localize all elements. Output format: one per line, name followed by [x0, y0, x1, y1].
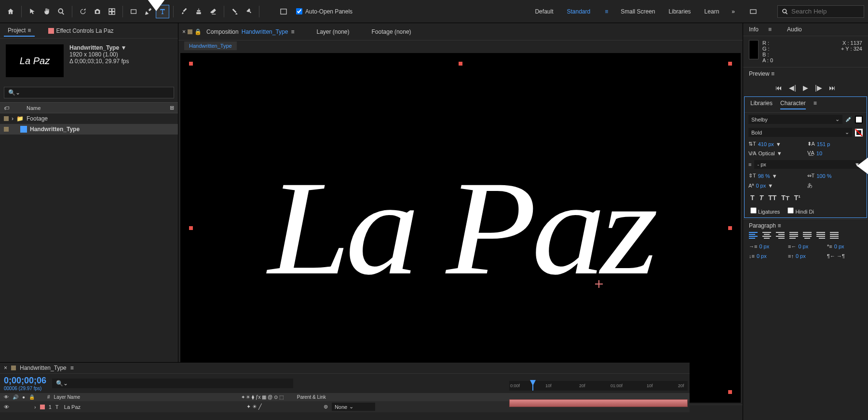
- parent-dropdown[interactable]: None⌄: [332, 403, 375, 411]
- tsume-input[interactable]: あ: [807, 182, 863, 189]
- indent-right-input[interactable]: ≡← 0 px: [788, 244, 823, 249]
- justify-all-button[interactable]: [830, 232, 839, 239]
- layer-name[interactable]: La Paz: [64, 404, 243, 410]
- comp-breadcrumb[interactable]: Handwritten_Type: [178, 41, 743, 51]
- current-time-display[interactable]: 0;00;00;06: [4, 376, 46, 386]
- workspace-libraries[interactable]: Libraries: [668, 5, 692, 18]
- name-column-header[interactable]: 🏷 Name ⊞: [0, 102, 178, 113]
- space-before-input[interactable]: ↓≡ 0 px: [749, 253, 784, 259]
- audio-tab[interactable]: Audio: [787, 26, 802, 33]
- folder-footage[interactable]: › 📁 Footage: [0, 113, 178, 124]
- flowchart-icon[interactable]: ⊞: [170, 105, 174, 111]
- workspace-learn[interactable]: Learn: [704, 5, 720, 18]
- timeline-search[interactable]: 🔍⌄: [52, 379, 293, 388]
- space-after-input[interactable]: ≡↑ 0 px: [788, 253, 823, 259]
- kerning-dropdown[interactable]: V⁄AOptical▼: [748, 150, 804, 156]
- fill-color-swatch[interactable]: [855, 116, 863, 123]
- canvas-text[interactable]: La Paz: [268, 150, 653, 306]
- pan-behind-tool-icon[interactable]: [105, 5, 119, 18]
- clone-stamp-tool-icon[interactable]: [192, 5, 205, 18]
- search-help-input[interactable]: [791, 8, 860, 15]
- zoom-tool-icon[interactable]: [54, 5, 68, 18]
- selection-tool-icon[interactable]: [26, 5, 39, 18]
- tracking-input[interactable]: V͟A10: [807, 150, 863, 156]
- all-caps-button[interactable]: TT: [768, 194, 776, 202]
- indent-first-input[interactable]: *≡ 0 px: [827, 244, 862, 249]
- timeline-tab[interactable]: Handwritten_Type: [20, 365, 67, 371]
- info-tab[interactable]: Info: [749, 26, 759, 33]
- project-search[interactable]: 🔍⌄: [4, 87, 174, 98]
- playhead[interactable]: [532, 381, 533, 391]
- paragraph-tab[interactable]: Paragraph: [749, 222, 776, 229]
- workspace-menu-icon[interactable]: ≡: [605, 8, 608, 15]
- ligatures-checkbox[interactable]: Ligatures: [750, 207, 780, 215]
- visibility-toggle[interactable]: 👁: [4, 404, 9, 410]
- font-style-dropdown[interactable]: Bold⌄: [748, 128, 852, 137]
- italic-button[interactable]: T: [760, 194, 764, 202]
- small-caps-button[interactable]: Tᴛ: [781, 194, 789, 202]
- libraries-tab[interactable]: Libraries: [750, 100, 773, 109]
- handle-top-right[interactable]: [728, 62, 732, 66]
- roto-brush-tool-icon[interactable]: [228, 5, 242, 18]
- comp-item[interactable]: Handwritten_Type: [0, 124, 178, 135]
- hindi-digits-checkbox[interactable]: Hindi Di: [787, 207, 814, 215]
- handle-middle-left[interactable]: [189, 226, 193, 230]
- sync-settings-icon[interactable]: [746, 5, 760, 18]
- stroke-width-input[interactable]: - px▼: [754, 160, 863, 169]
- effects-controls-tab[interactable]: Effect Controls La Paz: [44, 26, 117, 36]
- next-frame-icon[interactable]: |▶: [815, 84, 822, 92]
- footage-tab[interactable]: Footage (none): [369, 27, 414, 37]
- align-center-button[interactable]: [762, 232, 771, 239]
- hand-tool-icon[interactable]: [40, 5, 54, 18]
- justify-right-button[interactable]: [816, 232, 825, 239]
- font-family-dropdown[interactable]: Shelby⌄: [748, 115, 842, 124]
- search-help[interactable]: [777, 5, 864, 18]
- layer-tab[interactable]: Layer (none): [313, 27, 352, 37]
- close-tab-icon[interactable]: ×: [182, 28, 186, 35]
- baseline-shift-input[interactable]: Aª0 px▼: [748, 182, 804, 189]
- home-icon[interactable]: [4, 5, 17, 18]
- handle-bottom-right[interactable]: [728, 390, 732, 394]
- bold-button[interactable]: T: [750, 194, 755, 202]
- prev-frame-icon[interactable]: ◀|: [789, 84, 796, 92]
- eyedropper-icon[interactable]: 💉: [845, 116, 852, 122]
- stroke-color-swatch[interactable]: [855, 129, 863, 136]
- camera-tool-icon[interactable]: [91, 5, 104, 18]
- composition-viewport[interactable]: La Paz: [180, 53, 741, 403]
- superscript-button[interactable]: T¹: [794, 194, 800, 202]
- puppet-tool-icon[interactable]: [243, 5, 256, 18]
- last-frame-icon[interactable]: ⏭: [829, 84, 836, 92]
- justify-left-button[interactable]: [789, 232, 798, 239]
- expand-icon[interactable]: ›: [12, 115, 14, 122]
- handle-top-center[interactable]: [459, 62, 462, 66]
- composition-tab[interactable]: Composition Handwritten_Type ≡: [203, 27, 297, 37]
- rectangle-tool-icon[interactable]: [127, 5, 140, 18]
- character-tab[interactable]: Character: [780, 100, 806, 109]
- workspace-small-screen[interactable]: Small Screen: [620, 5, 656, 18]
- lock-icon[interactable]: 🔒: [194, 28, 202, 35]
- workspace-overflow-icon[interactable]: »: [732, 8, 735, 15]
- vertical-scale-input[interactable]: ⇕T98 %▼: [748, 173, 804, 179]
- leading-input[interactable]: ⬍A151 p: [807, 141, 863, 147]
- align-right-button[interactable]: [776, 232, 785, 239]
- time-ruler[interactable]: 0:00f 10f 20f 01:00f 10f 20f: [509, 381, 688, 391]
- eraser-tool-icon[interactable]: [206, 5, 220, 18]
- brush-tool-icon[interactable]: [177, 5, 191, 18]
- orbit-tool-icon[interactable]: [76, 5, 90, 18]
- align-left-button[interactable]: [749, 232, 758, 239]
- expand-layer-icon[interactable]: ›: [34, 404, 36, 410]
- panel-toggle-icon[interactable]: [277, 5, 290, 18]
- close-timeline-icon[interactable]: ×: [4, 365, 7, 371]
- first-frame-icon[interactable]: ⏮: [775, 84, 782, 92]
- text-direction-buttons[interactable]: ¶← →¶: [827, 253, 862, 259]
- layer-bar[interactable]: [509, 399, 688, 407]
- play-icon[interactable]: ▶: [803, 84, 808, 92]
- comp-thumbnail[interactable]: La Paz: [6, 44, 64, 77]
- font-size-input[interactable]: ⇅T410 px▼: [748, 141, 804, 147]
- handle-top-left[interactable]: [189, 62, 193, 66]
- workspace-default[interactable]: Default: [534, 5, 554, 18]
- indent-left-input[interactable]: →≡ 0 px: [749, 244, 784, 249]
- preview-tab[interactable]: Preview: [749, 70, 770, 77]
- project-tab[interactable]: Project ≡: [4, 25, 35, 37]
- auto-open-checkbox[interactable]: [296, 8, 302, 14]
